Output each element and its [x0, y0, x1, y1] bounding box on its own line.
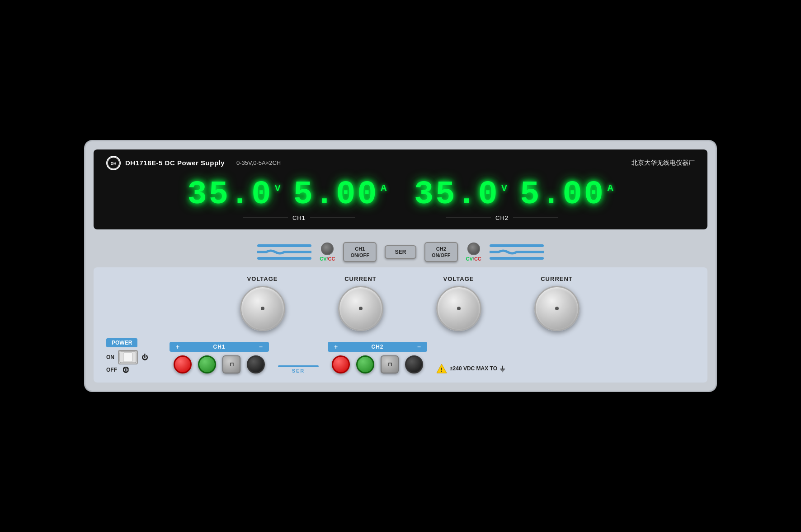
ser-bridge-area: SER [278, 365, 319, 373]
ch2-bar-label: CH2 [371, 344, 383, 350]
power-section: POWER ON ⏻ OFF [106, 338, 160, 373]
ch1-voltage-knob[interactable] [240, 286, 285, 331]
off-row: OFF ⏼ [106, 366, 160, 373]
power-label: POWER [106, 338, 137, 347]
ch1-voltage-unit: V [274, 183, 280, 193]
ch1-onoff-button[interactable]: CH1 ON/OFF [343, 242, 377, 262]
ch2-cvcc-indicator: CV/CC [466, 243, 481, 261]
ch2-current-display: 5.00 [520, 178, 605, 211]
ch1-current-knob-section: CURRENT [338, 275, 383, 331]
ch2-ser-connector[interactable]: ⊓ [381, 355, 399, 373]
wave-stripe [257, 249, 311, 255]
ch1-voltage-knob-section: VOLTAGE [240, 275, 285, 331]
ch2-display-group: 35.0 V 5.00 A [414, 178, 613, 211]
brand-logo: DH [106, 156, 121, 170]
ch2-current-label: CURRENT [541, 275, 573, 282]
ch2-voltage-unit: V [501, 183, 507, 193]
ch2-cvcc-label: CV/CC [466, 256, 481, 261]
ch2-bar: + CH2 − [328, 342, 427, 352]
ch1-terminal-block: + CH1 − ⊓ [170, 342, 269, 373]
knob-row: VOLTAGE CURRENT VOLTAGE CURRENT [106, 275, 695, 331]
ch2-current-unit: A [607, 183, 613, 193]
svg-text:DH: DH [111, 161, 117, 166]
ch1-indicator-knob [321, 243, 334, 255]
left-decoration [257, 244, 311, 260]
ch2-ground-terminal[interactable] [356, 355, 374, 373]
ch1-voltage-label: VOLTAGE [247, 275, 278, 282]
spec-text: 0-35V,0-5A×2CH [236, 159, 281, 166]
ch1-current-label: CURRENT [344, 275, 377, 282]
ch1-current-display: 5.00 [293, 178, 379, 211]
brand-chinese: 北京大华无线电仪器厂 [631, 159, 695, 167]
led-display: 35.0 V 5.00 A 35.0 V 5.00 A [106, 174, 695, 213]
stripe-4 [490, 257, 544, 260]
ch1-plus-label: + [176, 343, 179, 350]
ch2-onoff-button[interactable]: CH2 ON/OFF [424, 242, 458, 262]
ch1-label-group: CH1 [243, 215, 355, 221]
ch1-bar: + CH1 − [170, 342, 269, 352]
ch1-cvcc-indicator: CV/CC [320, 243, 335, 261]
ch1-display-group: 35.0 V 5.00 A [188, 178, 387, 211]
ser-bridge-label: SER [292, 368, 305, 373]
model-text: DH1718E-5 DC Power Supply [125, 159, 225, 167]
svg-text:!: ! [441, 366, 443, 373]
ch1-ser-block: ⊓ [222, 355, 240, 373]
svg-rect-3 [123, 353, 132, 362]
off-label: OFF [106, 367, 117, 373]
ch1-ser-connector[interactable]: ⊓ [222, 355, 240, 373]
ch2-minus-label: − [417, 343, 421, 350]
ch1-cvcc-label: CV/CC [320, 256, 335, 261]
ground-symbol: ⏚ [500, 364, 505, 373]
ch1-minus-label: − [259, 343, 263, 350]
brand-left: DH DH1718E-5 DC Power Supply 0-35V,0-5A×… [106, 156, 281, 170]
ch2-current-knob[interactable] [534, 286, 580, 331]
ch1-terminals: ⊓ [174, 355, 265, 373]
ser-bridge-bar [278, 365, 319, 367]
control-row: CV/CC CH1 ON/OFF SER CH2 ON/OFF CV/CC [94, 237, 707, 268]
warning-icon: ! [436, 364, 447, 373]
ch2-positive-terminal[interactable] [332, 355, 350, 373]
ser-button[interactable]: SER [385, 245, 416, 259]
ch2-terminal-block: + CH2 − ⊓ [328, 342, 427, 373]
right-decoration [490, 244, 544, 260]
ch1-positive-terminal[interactable] [174, 355, 192, 373]
power-switch[interactable] [118, 350, 138, 364]
ch2-label-group: CH2 [446, 215, 558, 221]
on-row: ON ⏻ [106, 350, 160, 364]
ch1-current-knob[interactable] [338, 286, 383, 331]
ch2-terminals: ⊓ [332, 355, 423, 373]
ch2-voltage-knob[interactable] [436, 286, 481, 331]
stripe-1 [257, 244, 311, 247]
on-switch-symbol: ⏻ [141, 354, 148, 361]
display-panel: DH DH1718E-5 DC Power Supply 0-35V,0-5A×… [94, 149, 707, 229]
bottom-panel: VOLTAGE CURRENT VOLTAGE CURRENT POWER [94, 267, 707, 383]
stripe-2 [257, 257, 311, 260]
ch2-current-knob-section: CURRENT [534, 275, 580, 331]
ch2-label: CH2 [495, 215, 509, 221]
wave-stripe-right [490, 249, 544, 255]
ch1-label: CH1 [292, 215, 306, 221]
warning-section: ! ±240 VDC MAX TO ⏚ [436, 364, 505, 373]
off-switch-symbol: ⏼ [123, 366, 129, 373]
ch2-voltage-label: VOLTAGE [443, 275, 474, 282]
warning-text: ! ±240 VDC MAX TO ⏚ [436, 364, 505, 373]
on-label: ON [106, 354, 114, 360]
on-off-section: ON ⏻ OFF ⏼ [106, 350, 160, 373]
device-body: DH DH1718E-5 DC Power Supply 0-35V,0-5A×… [84, 140, 717, 392]
ch1-ground-terminal[interactable] [198, 355, 216, 373]
ch1-negative-terminal[interactable] [247, 355, 265, 373]
ch2-voltage-knob-section: VOLTAGE [436, 275, 481, 331]
ch1-bar-label: CH1 [213, 344, 225, 350]
stripe-3 [490, 244, 544, 247]
ch1-voltage-display: 35.0 [188, 178, 273, 211]
ch2-indicator-knob [467, 243, 480, 255]
ch1-current-unit: A [381, 183, 387, 193]
warning-label: ±240 VDC MAX TO [450, 365, 497, 372]
ch2-negative-terminal[interactable] [405, 355, 423, 373]
ch2-voltage-display: 35.0 [414, 178, 499, 211]
ch2-plus-label: + [334, 343, 338, 350]
display-header: DH DH1718E-5 DC Power Supply 0-35V,0-5A×… [106, 156, 695, 170]
